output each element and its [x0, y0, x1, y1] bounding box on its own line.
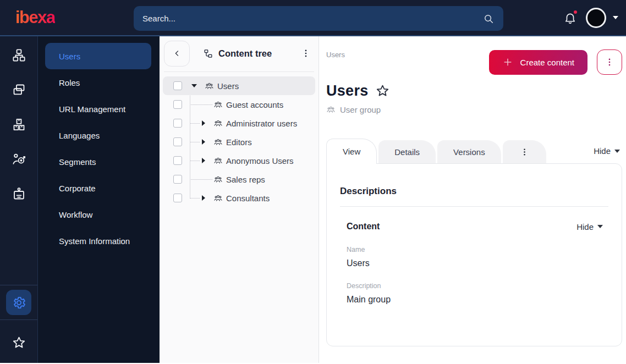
avatar-caret-icon[interactable] [613, 16, 618, 19]
more-options-button[interactable] [597, 49, 622, 75]
sidebar-item-corporate[interactable]: Corporate [45, 175, 151, 201]
page-title: Users [326, 82, 369, 100]
content-tree-title: Content tree [218, 48, 272, 59]
tree-item-checkbox[interactable] [173, 100, 182, 109]
sidebar-item-workflow[interactable]: Workflow [45, 201, 151, 228]
collapse-tree-button[interactable] [164, 41, 190, 67]
badge-icon [12, 186, 26, 201]
tree-item-label: Guest accounts [226, 100, 283, 109]
search-icon[interactable] [482, 13, 495, 25]
tree-item-label: Consultants [226, 194, 270, 203]
main-menu-rail [0, 36, 38, 363]
admin-sidebar: Users Roles URL Management Languages Seg… [38, 36, 160, 363]
breadcrumb[interactable]: Users [326, 51, 345, 59]
expander-icon[interactable] [201, 139, 206, 145]
sidebar-item-label: Languages [59, 131, 100, 140]
hide-toggle[interactable]: Hide [594, 146, 620, 156]
tree-item-editors[interactable]: Editors [163, 133, 315, 151]
sidebar-item-system-information[interactable]: System Information [45, 228, 151, 254]
field-label: Name [347, 246, 608, 253]
tree-item-consultants[interactable]: Consultants [163, 189, 315, 207]
rail-bottom-section [0, 280, 37, 363]
rail-item-pages[interactable] [7, 78, 30, 101]
ellipsis-icon [605, 57, 614, 67]
tree-connector [190, 142, 200, 142]
sidebar-item-segments[interactable]: Segments [45, 148, 151, 175]
tab-label: Versions [453, 147, 485, 157]
tab-more[interactable] [503, 140, 546, 163]
sidebar-item-label: Workflow [59, 210, 92, 219]
boxes-icon [12, 117, 26, 132]
global-search-input[interactable] [142, 14, 482, 23]
expander-icon[interactable] [201, 195, 206, 201]
tab-view[interactable]: View [326, 139, 377, 164]
user-group-icon [213, 156, 223, 166]
bookmark-star-icon[interactable] [375, 84, 390, 98]
create-content-button[interactable]: Create content [489, 50, 587, 75]
tree-item-checkbox[interactable] [173, 137, 182, 146]
user-group-icon [213, 194, 223, 203]
tree-item-checkbox[interactable] [173, 175, 182, 184]
tree-item-checkbox[interactable] [173, 156, 182, 165]
content-group-header: Content Hide [340, 222, 608, 231]
descriptions-heading: Descriptions [340, 186, 608, 197]
tree-item-anonymous-users[interactable]: Anonymous Users [163, 151, 315, 170]
tree-item-guest-accounts[interactable]: Guest accounts [163, 95, 315, 114]
pages-icon [12, 82, 26, 97]
rail-divider [0, 319, 37, 320]
sidebar-item-users[interactable]: Users [45, 43, 151, 69]
star-icon [12, 335, 26, 350]
tab-details[interactable]: Details [378, 140, 436, 163]
rail-item-corporate[interactable] [7, 182, 30, 205]
main-content: Users Create content Users User group Vi… [319, 36, 626, 363]
user-group-icon [213, 175, 223, 184]
ibexa-logo[interactable]: ibexa [15, 8, 55, 27]
tree-item-checkbox[interactable] [173, 119, 182, 128]
rail-item-content-structure[interactable] [7, 43, 30, 67]
view-panel: Descriptions Content Hide Name Users Des… [326, 163, 622, 346]
rail-item-product-catalog[interactable] [7, 113, 30, 136]
content-tree-list: Users Guest accounts Administrator users [160, 76, 319, 207]
content-hide-toggle[interactable]: Hide [576, 222, 603, 231]
tree-item-checkbox[interactable] [173, 194, 182, 202]
field-value: Main group [347, 295, 608, 305]
field-description: Description Main group [340, 282, 608, 305]
tab-versions[interactable]: Versions [437, 140, 501, 163]
content-tree-header: Content tree [160, 41, 319, 66]
caret-down-icon [597, 225, 603, 228]
create-content-label: Create content [520, 58, 574, 67]
tree-item-sales-reps[interactable]: Sales reps [163, 170, 315, 189]
title-row: Users [326, 82, 622, 100]
caret-down-icon [614, 150, 620, 153]
tab-label: Details [394, 147, 420, 157]
user-group-icon [213, 137, 223, 147]
global-search[interactable] [134, 6, 503, 31]
section-divider [340, 206, 608, 207]
tree-item-label: Users [217, 81, 239, 91]
sidebar-item-languages[interactable]: Languages [45, 122, 151, 148]
expander-icon[interactable] [201, 120, 206, 126]
tree-options-button[interactable] [301, 48, 311, 58]
user-group-icon [205, 81, 214, 91]
rail-item-customers[interactable] [7, 147, 30, 170]
expander-icon[interactable] [191, 82, 197, 89]
sidebar-item-label: Corporate [59, 184, 96, 193]
user-avatar[interactable] [586, 8, 606, 28]
tree-item-administrator-users[interactable]: Administrator users [163, 114, 315, 133]
field-name: Name Users [340, 246, 608, 268]
expander-icon[interactable] [201, 157, 206, 164]
hide-label: Hide [576, 222, 594, 231]
user-group-icon [213, 119, 223, 128]
rail-item-admin-settings[interactable] [6, 290, 31, 315]
tree-header-divider [164, 71, 314, 72]
sidebar-item-url-management[interactable]: URL Management [45, 96, 151, 122]
tree-item-checkbox[interactable] [173, 81, 182, 90]
tree-connector [190, 179, 212, 180]
tree-item-label: Sales reps [226, 175, 265, 184]
customer-target-icon [12, 152, 26, 167]
rail-item-bookmarks[interactable] [7, 331, 30, 354]
notifications-bell-icon[interactable] [563, 11, 577, 25]
tree-item-users[interactable]: Users [163, 76, 315, 95]
sidebar-item-label: Segments [59, 157, 96, 167]
sidebar-item-roles[interactable]: Roles [45, 69, 151, 96]
